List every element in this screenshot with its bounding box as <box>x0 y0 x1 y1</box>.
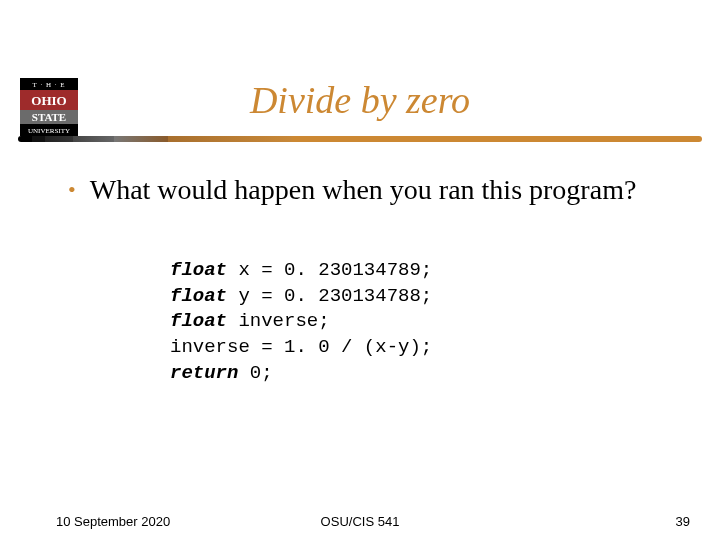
code-keyword: float <box>170 310 227 332</box>
code-keyword: float <box>170 285 227 307</box>
title-underline <box>18 136 702 142</box>
code-text: y = 0. 230134788; <box>227 285 432 307</box>
bullet-item: • What would happen when you ran this pr… <box>68 172 680 208</box>
bullet-list: • What would happen when you ran this pr… <box>68 172 680 208</box>
code-text: inverse = 1. 0 / (x-y); <box>170 336 432 358</box>
bullet-marker-icon: • <box>68 172 76 207</box>
footer-course: OSU/CIS 541 <box>0 514 720 529</box>
bullet-text: What would happen when you ran this prog… <box>90 172 637 208</box>
code-block: float x = 0. 230134789; float y = 0. 230… <box>170 258 432 386</box>
code-text: inverse; <box>227 310 330 332</box>
code-keyword: return <box>170 362 238 384</box>
svg-text:UNIVERSITY: UNIVERSITY <box>28 127 70 135</box>
code-text: x = 0. 230134789; <box>227 259 432 281</box>
slide-title: Divide by zero <box>0 78 720 122</box>
code-keyword: float <box>170 259 227 281</box>
code-text: 0; <box>238 362 272 384</box>
footer-page-number: 39 <box>676 514 690 529</box>
